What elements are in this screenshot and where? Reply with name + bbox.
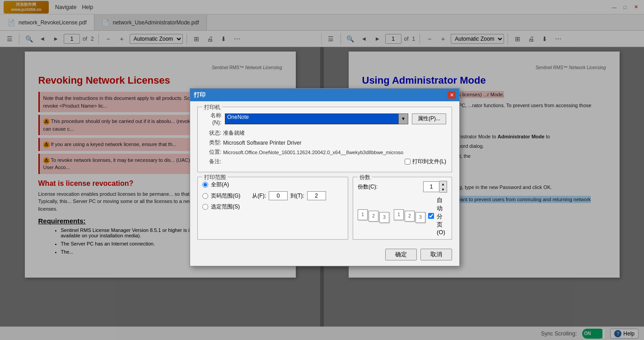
printer-comment-row: 备注: 打印到文件(L) <box>203 158 446 165</box>
copies-section: 份数 份数(C): ▲ ▼ 1 <box>353 177 452 240</box>
status-key: 状态: <box>203 129 221 137</box>
range-copies-row: 打印范围 全部(A) 页码范围(G) 从(F): 0 到(T): 2 <box>197 177 452 240</box>
cpage-5: 2 <box>405 211 415 222</box>
copies-input[interactable] <box>423 181 439 192</box>
printer-section: 打印机 名称(N): OneNote ▼ 属性(P)... 状态: 准备就绪 类… <box>197 107 452 172</box>
all-radio-row: 全部(A) <box>202 181 343 189</box>
pages-radio[interactable] <box>202 193 208 199</box>
comment-key: 备注: <box>203 158 221 165</box>
printer-location-row: 位置: Microsoft.Office.OneNote_16001.12624… <box>203 148 446 156</box>
selection-radio-label: 选定范围(S) <box>211 203 240 211</box>
copies-up-button[interactable]: ▲ <box>439 181 447 187</box>
print-range-section: 打印范围 全部(A) 页码范围(G) 从(F): 0 到(T): 2 <box>197 177 348 240</box>
print-to-file-checkbox-area: 打印到文件(L) <box>405 158 446 165</box>
cpage-4: 1 <box>394 209 404 220</box>
printer-name-row: 名称(N): OneNote ▼ 属性(P)... <box>203 112 446 126</box>
print-to-file-label: 打印到文件(L) <box>412 158 446 165</box>
dialog-title-bar: 打印 ✕ <box>190 89 459 101</box>
dialog-close-button[interactable]: ✕ <box>448 91 456 99</box>
print-to-file-checkbox[interactable] <box>405 159 411 165</box>
dialog-body: 打印机 名称(N): OneNote ▼ 属性(P)... 状态: 准备就绪 类… <box>190 101 459 245</box>
collate-checkbox[interactable] <box>428 213 434 219</box>
dialog-title: 打印 <box>194 91 205 99</box>
print-dialog-overlay: 打印 ✕ 打印机 名称(N): OneNote ▼ 属性(P)... 状态: 准… <box>0 0 644 340</box>
to-input[interactable]: 2 <box>307 191 326 200</box>
name-label: 名称(N): <box>203 112 221 126</box>
printer-section-label: 打印机 <box>202 104 222 111</box>
copies-down-button[interactable]: ▼ <box>439 187 447 192</box>
type-val: Microsoft Software Printer Driver <box>223 140 301 146</box>
printer-select-arrow[interactable]: ▼ <box>398 113 408 124</box>
collate-icon-2: 1 2 3 <box>394 209 425 223</box>
all-radio[interactable] <box>202 182 208 188</box>
collate-icon-1: 1 2 3 <box>358 209 389 223</box>
dialog-footer: 确定 取消 <box>190 245 459 266</box>
to-label: 到(T): <box>290 192 304 200</box>
copies-input-wrap: 份数(C): ▲ ▼ <box>358 181 447 193</box>
printer-select-display[interactable]: OneNote <box>225 113 408 124</box>
copies-label: 份数(C): <box>358 183 421 191</box>
range-section-label: 打印范围 <box>202 174 228 181</box>
status-val: 准备就绪 <box>223 129 245 137</box>
location-key: 位置: <box>203 148 221 156</box>
pages-radio-row: 页码范围(G) 从(F): 0 到(T): 2 <box>202 191 343 200</box>
from-label: 从(F): <box>252 192 266 200</box>
print-dialog: 打印 ✕ 打印机 名称(N): OneNote ▼ 属性(P)... 状态: 准… <box>190 88 460 266</box>
cpage-3: 3 <box>379 212 389 223</box>
type-key: 类型: <box>203 139 221 146</box>
location-val: Microsoft.Office.OneNote_16001.12624.200… <box>223 150 403 155</box>
cpage-1: 1 <box>358 209 368 220</box>
printer-status-row: 状态: 准备就绪 <box>203 129 446 137</box>
print-cancel-button[interactable]: 取消 <box>420 249 452 260</box>
printer-type-row: 类型: Microsoft Software Printer Driver <box>203 139 446 146</box>
print-ok-button[interactable]: 确定 <box>385 249 417 260</box>
selection-radio-row: 选定范围(S) <box>202 203 343 211</box>
cpage-2: 2 <box>369 211 378 222</box>
collate-row: 1 2 3 1 2 3 自动分页(O) <box>358 196 447 236</box>
pages-radio-label: 页码范围(G) <box>211 192 240 200</box>
range-inputs: 从(F): 0 到(T): 2 <box>252 191 326 200</box>
copies-spinner: ▲ ▼ <box>423 181 447 193</box>
from-input[interactable]: 0 <box>269 191 288 200</box>
cpage-6: 3 <box>415 212 425 223</box>
copies-section-label: 份数 <box>358 174 372 181</box>
printer-select-wrap: OneNote ▼ <box>225 113 408 124</box>
printer-properties-button[interactable]: 属性(P)... <box>412 113 446 124</box>
selection-radio[interactable] <box>202 204 208 210</box>
spinner-buttons: ▲ ▼ <box>439 181 447 193</box>
all-radio-label: 全部(A) <box>211 181 229 189</box>
collate-label: 自动分页(O) <box>437 196 447 236</box>
